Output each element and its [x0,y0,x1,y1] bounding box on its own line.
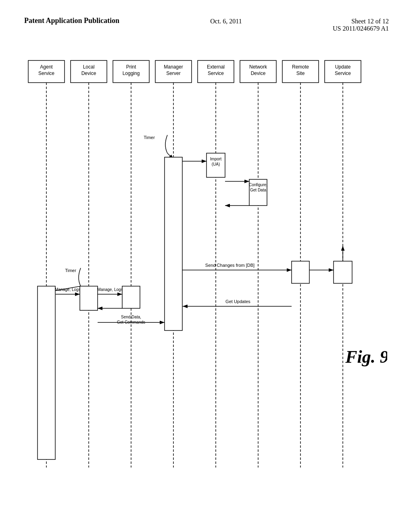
svg-text:Site: Site [296,71,305,76]
svg-text:Timer: Timer [144,135,155,140]
svg-text:Fig. 9: Fig. 9 [345,347,387,367]
svg-text:Timer: Timer [65,268,76,273]
svg-text:Manager: Manager [164,64,183,70]
svg-text:Remote: Remote [292,64,309,70]
svg-text:(UA): (UA) [212,162,220,166]
svg-text:Send Data,: Send Data, [121,315,141,319]
svg-text:Device: Device [81,71,96,76]
svg-text:Get Data: Get Data [250,188,266,192]
svg-text:Service: Service [208,71,224,76]
svg-rect-53 [165,157,182,330]
svg-rect-49 [334,261,352,283]
svg-text:Update: Update [335,64,351,70]
svg-rect-47 [292,261,309,283]
page-header: Patent Application Publication Oct. 6, 2… [0,0,413,40]
svg-text:Get Updates: Get Updates [225,299,250,304]
svg-text:Print: Print [126,64,136,70]
svg-text:Manage, Logs: Manage, Logs [55,287,80,292]
svg-text:External: External [207,64,225,70]
publication-date: Oct. 6, 2011 [210,16,242,25]
svg-text:Service: Service [38,71,54,76]
svg-text:Network: Network [249,64,267,70]
svg-text:Configure,: Configure, [249,183,267,187]
svg-text:Agent: Agent [40,64,53,70]
svg-text:Device: Device [251,71,266,76]
diagram-container: Agent Service Local Device Print Logging… [24,56,387,500]
sheet-number: Sheet 12 of 12 [333,18,389,25]
patent-number: US 2011/0246679 A1 [333,25,389,32]
svg-text:Local: Local [83,64,95,70]
svg-text:Server: Server [166,71,180,76]
svg-text:Get Commands: Get Commands [117,320,145,324]
svg-text:Import: Import [210,157,222,161]
svg-text:Service: Service [335,71,351,76]
svg-rect-61 [122,286,140,308]
svg-text:Logging: Logging [123,71,140,76]
sequence-diagram: Agent Service Local Device Print Logging… [24,56,387,480]
svg-text:Send Changes from [DB]: Send Changes from [DB] [205,263,254,268]
svg-text:Manage, Logs: Manage, Logs [97,287,123,292]
svg-rect-58 [80,286,98,310]
publication-title: Patent Application Publication [24,16,119,25]
sheet-info: Sheet 12 of 12 US 2011/0246679 A1 [333,16,389,32]
svg-rect-66 [38,286,55,459]
